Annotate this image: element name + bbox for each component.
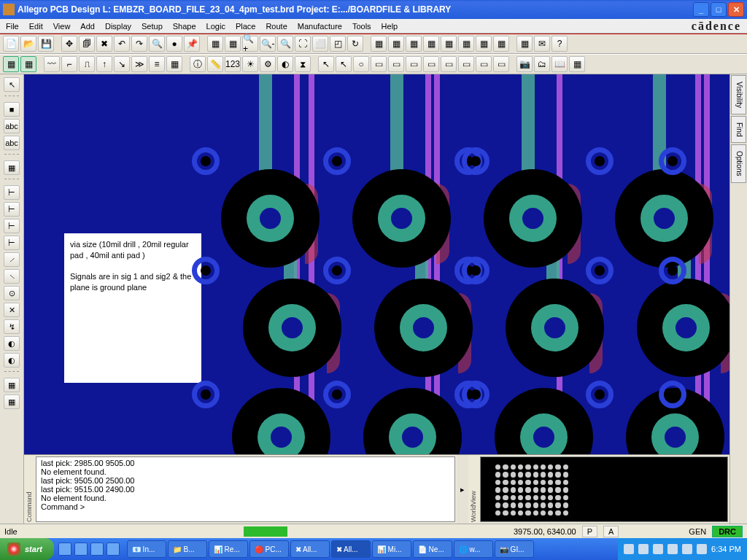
toolbar-button[interactable]: ⚙ — [260, 56, 276, 72]
tool-button[interactable]: abc — [4, 119, 20, 133]
taskbar-task[interactable]: 📷 GI... — [495, 540, 534, 558]
start-button[interactable]: start — [0, 538, 54, 560]
toolbar-button[interactable]: ▭ — [458, 56, 474, 72]
toolbar-button[interactable]: ◰ — [330, 36, 346, 52]
toolbar-button[interactable]: ☀ — [242, 56, 258, 72]
status-p[interactable]: P — [582, 526, 597, 537]
toolbar-button[interactable]: ↑ — [96, 56, 112, 72]
menu-shape[interactable]: Shape — [173, 22, 196, 31]
toolbar-button[interactable]: ⛶ — [295, 36, 311, 52]
taskbar-task[interactable]: 📊 Re... — [209, 540, 248, 558]
toolbar-button[interactable]: ↘ — [114, 56, 130, 72]
toolbar-button[interactable]: 📏 — [207, 56, 223, 72]
tray-icon[interactable] — [638, 544, 649, 554]
toolbar-button[interactable]: ○ — [353, 56, 369, 72]
menu-tools[interactable]: Tools — [352, 22, 371, 31]
status-a[interactable]: A — [603, 526, 619, 537]
toolbar-button[interactable]: 🔍- — [260, 36, 276, 52]
tab-visibility[interactable]: Visibility — [731, 75, 746, 114]
toolbar-button[interactable]: ▦ — [20, 56, 36, 72]
toolbar-button[interactable]: ▦ — [569, 56, 585, 72]
toolbar-button[interactable]: 📌 — [184, 36, 200, 52]
toolbar-button[interactable]: ⓘ — [190, 56, 206, 72]
taskbar-task[interactable]: 📧 In... — [127, 540, 166, 558]
toolbar-button[interactable]: 📄 — [3, 36, 19, 52]
toolbar-button[interactable]: 🔍+ — [242, 36, 258, 52]
close-button[interactable]: ✕ — [728, 2, 744, 17]
menu-edit[interactable]: Edit — [29, 22, 43, 31]
menu-file[interactable]: File — [6, 22, 19, 31]
toolbar-button[interactable]: ↻ — [347, 36, 363, 52]
toolbar-button[interactable]: ⎍ — [79, 56, 95, 72]
toolbar-button[interactable]: 📂 — [20, 36, 36, 52]
menu-add[interactable]: Add — [80, 22, 95, 31]
toolbar-button[interactable]: 🔍 — [277, 36, 293, 52]
tool-button[interactable]: ▦ — [4, 394, 20, 409]
toolbar-button[interactable]: ▭ — [493, 56, 509, 72]
toolbar-button[interactable]: ▭ — [476, 56, 492, 72]
ql-icon[interactable] — [74, 542, 88, 556]
tray-icon[interactable] — [682, 544, 692, 554]
tool-button[interactable]: ⊢ — [4, 219, 20, 233]
toolbar-button[interactable]: ▭ — [388, 56, 404, 72]
menu-logic[interactable]: Logic — [206, 22, 225, 31]
tool-button[interactable]: ⊢ — [4, 185, 20, 200]
menu-manufacture[interactable]: Manufacture — [298, 22, 342, 31]
taskbar-task[interactable]: ✖ All... — [331, 540, 371, 558]
toolbar-button[interactable]: ▭ — [441, 56, 457, 72]
toolbar-button[interactable]: ⬜ — [312, 36, 328, 52]
tray-icon[interactable] — [624, 544, 634, 554]
tray-icon[interactable] — [653, 544, 663, 554]
toolbar-button[interactable]: ▭ — [406, 56, 422, 72]
toolbar-button[interactable]: ≡ — [149, 56, 165, 72]
tool-button[interactable]: ⟍ — [4, 269, 20, 284]
toolbar-button[interactable]: ▭ — [371, 56, 387, 72]
toolbar-button[interactable]: ▦ — [3, 56, 19, 72]
cmd-scroll[interactable]: ▸ — [457, 455, 468, 524]
tool-button[interactable]: ▦ — [4, 160, 20, 175]
tray-icon[interactable] — [667, 544, 678, 554]
worldview-panel[interactable] — [480, 456, 728, 522]
menu-view[interactable]: View — [53, 22, 71, 31]
toolbar-button[interactable]: ◐ — [277, 56, 293, 72]
tool-button[interactable]: ⟋ — [4, 252, 20, 267]
tool-button[interactable]: ⊢ — [4, 202, 20, 217]
tool-button[interactable]: ↖ — [4, 77, 20, 92]
toolbar-button[interactable]: ⌐ — [61, 56, 77, 72]
system-tray[interactable]: 6:34 PM — [618, 538, 747, 560]
tray-icon[interactable] — [697, 544, 707, 554]
command-window[interactable]: last pick: 2985.00 9505.00 No element fo… — [36, 456, 455, 522]
toolbar-button[interactable]: ▦ — [423, 36, 439, 52]
toolbar-button[interactable]: 📷 — [516, 56, 533, 72]
menu-place[interactable]: Place — [236, 22, 256, 31]
toolbar-button[interactable]: 🗂 — [534, 56, 550, 72]
tool-button[interactable]: ■ — [4, 102, 20, 117]
taskbar-task[interactable]: ✖ All... — [290, 540, 330, 558]
toolbar-button[interactable]: ≫ — [131, 56, 147, 72]
clock[interactable]: 6:34 PM — [711, 545, 741, 553]
cmd-prompt[interactable]: Command > — [41, 502, 450, 511]
menu-display[interactable]: Display — [105, 22, 131, 31]
ql-icon[interactable] — [90, 542, 104, 556]
toolbar-button[interactable]: 📖 — [551, 56, 568, 72]
toolbar-button[interactable]: ▦ — [441, 36, 457, 52]
toolbar-button[interactable]: ? — [551, 36, 568, 52]
toolbar-button[interactable]: ● — [166, 36, 182, 52]
maximize-button[interactable]: □ — [711, 2, 727, 17]
tool-button[interactable]: ↯ — [4, 319, 20, 334]
tool-button[interactable]: ◐ — [4, 353, 20, 368]
toolbar-button[interactable]: ▦ — [371, 36, 387, 52]
toolbar-button[interactable]: 🔍 — [149, 36, 165, 52]
toolbar-button[interactable]: ▦ — [225, 36, 241, 52]
toolbar-button[interactable]: ⧗ — [295, 56, 311, 72]
toolbar-button[interactable]: ▦ — [458, 36, 474, 52]
ql-icon[interactable] — [58, 542, 71, 556]
tool-button[interactable]: ▦ — [4, 378, 20, 392]
toolbar-button[interactable]: ▦ — [166, 56, 182, 72]
toolbar-button[interactable]: ✖ — [96, 36, 112, 52]
toolbar-button[interactable]: ↷ — [131, 36, 147, 52]
ql-icon[interactable] — [107, 542, 120, 556]
tool-button[interactable]: ◐ — [4, 336, 20, 351]
minimize-button[interactable]: _ — [693, 2, 709, 17]
toolbar-button[interactable]: ▦ — [207, 36, 223, 52]
